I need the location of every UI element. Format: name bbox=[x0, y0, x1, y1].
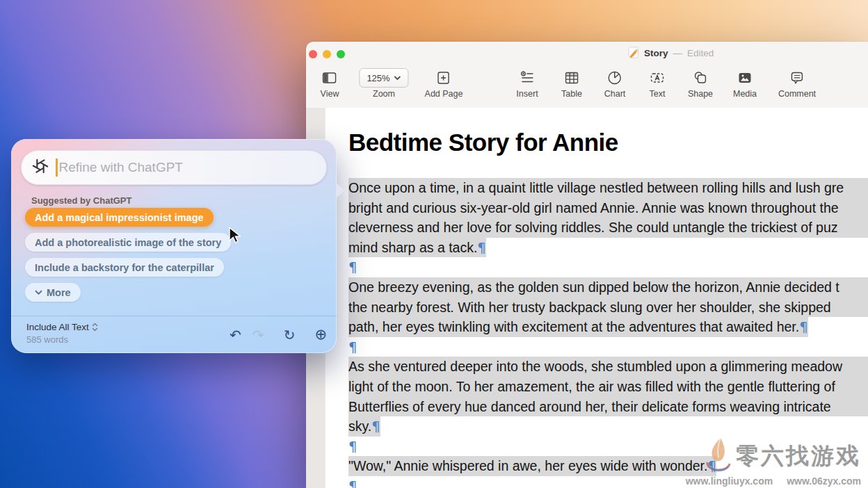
document-title-text: Story bbox=[644, 48, 668, 58]
table-icon bbox=[563, 70, 581, 86]
traffic-lights bbox=[309, 50, 345, 58]
add-button[interactable]: ⊕ bbox=[314, 327, 327, 342]
mouse-cursor bbox=[228, 227, 243, 245]
pages-window: Story — Edited View125%ZoomAdd PageInser… bbox=[306, 42, 868, 488]
toolbar-item-view[interactable]: View bbox=[321, 68, 339, 99]
word-count: 585 words bbox=[26, 334, 68, 345]
toolbar-item-comment[interactable]: Comment bbox=[778, 68, 816, 99]
chevron-down-icon bbox=[35, 290, 42, 295]
text-icon bbox=[648, 70, 666, 86]
toolbar-item-label: Add Page bbox=[425, 89, 463, 99]
toolbar-item-zoom[interactable]: 125%Zoom bbox=[359, 68, 408, 99]
line-text: One breezy evening, as the golden sun di… bbox=[348, 279, 839, 295]
shape-icon bbox=[691, 70, 709, 86]
minimize-button[interactable] bbox=[323, 50, 331, 58]
more-suggestions-button[interactable]: More bbox=[25, 283, 81, 302]
line-text: sky. bbox=[348, 418, 371, 434]
line-text: the nearby forest. With her trusty backp… bbox=[348, 300, 831, 315]
fullscreen-button[interactable] bbox=[337, 50, 345, 58]
document-line: sky.¶ bbox=[348, 416, 868, 437]
window-title: Story — Edited bbox=[628, 42, 714, 65]
line-text: path, her eyes twinkling with excitement… bbox=[348, 319, 799, 334]
document-canvas: Bedtime Story for Annie Once upon a time… bbox=[306, 108, 868, 488]
toolbar-item-add-page[interactable]: Add Page bbox=[425, 68, 463, 99]
line-text: Once upon a time, in a quaint little vil… bbox=[348, 180, 844, 195]
chevron-down-icon bbox=[394, 76, 401, 81]
toolbar-item-label: Shape bbox=[688, 89, 713, 99]
pilcrow-mark: ¶ bbox=[348, 478, 357, 488]
pilcrow-mark: ¶ bbox=[477, 240, 485, 256]
popup-footer: Include All Text 585 words ↶↷↻⊕ bbox=[11, 316, 337, 353]
pilcrow-mark: ¶ bbox=[371, 418, 380, 434]
toolbar-item-media[interactable]: Media bbox=[733, 68, 757, 99]
toolbar-item-text[interactable]: Text bbox=[648, 68, 666, 99]
zoom-level-value: 125% bbox=[367, 73, 389, 83]
zoom-level-dropdown[interactable]: 125% bbox=[359, 68, 408, 88]
chatgpt-refine-popup: Refine with ChatGPT Suggested by ChatGPT… bbox=[11, 139, 337, 353]
document-line: mind sharp as a tack.¶ bbox=[348, 238, 868, 258]
up-down-chevron-icon bbox=[92, 323, 98, 332]
toolbar-item-label: Insert bbox=[516, 89, 538, 99]
refine-input-placeholder: Refine with ChatGPT bbox=[59, 160, 183, 175]
text-caret bbox=[56, 158, 58, 177]
toolbar-item-shape[interactable]: Shape bbox=[688, 68, 713, 99]
line-text: "Wow," Annie whispered in awe, her eyes … bbox=[348, 458, 707, 473]
document-empty-line: ¶ bbox=[348, 337, 868, 357]
toolbar: View125%ZoomAdd PageInsertTableChartText… bbox=[306, 65, 868, 108]
document-line: bright and curious six-year-old girl nam… bbox=[348, 198, 868, 218]
suggestion-pill-3[interactable]: Include a backstory for the caterpillar bbox=[25, 258, 224, 277]
refine-input[interactable]: Refine with ChatGPT bbox=[21, 150, 327, 185]
toolbar-item-label: Media bbox=[733, 89, 757, 99]
document-page[interactable]: Bedtime Story for Annie Once upon a time… bbox=[325, 108, 868, 488]
pilcrow-mark: ¶ bbox=[799, 319, 807, 335]
document-line: Once upon a time, in a quaint little vil… bbox=[348, 178, 868, 198]
pilcrow-mark: ¶ bbox=[348, 259, 357, 275]
title-dash: — bbox=[673, 48, 683, 58]
document-line: light of the moon. To her amazement, the… bbox=[348, 377, 868, 397]
line-text: light of the moon. To her amazement, the… bbox=[348, 379, 835, 394]
view-icon bbox=[321, 70, 339, 86]
watermark-url: www.06zyx.com bbox=[787, 475, 861, 487]
retry-button[interactable]: ↻ bbox=[284, 328, 296, 342]
toolbar-item-label: View bbox=[321, 89, 339, 99]
document-line: One breezy evening, as the golden sun di… bbox=[348, 277, 868, 298]
document-heading: Bedtime Story for Annie bbox=[348, 129, 868, 156]
toolbar-item-label: Comment bbox=[778, 89, 816, 99]
watermark-site-name: 零六找游戏 bbox=[736, 441, 861, 472]
pilcrow-mark: ¶ bbox=[348, 439, 357, 455]
line-text: mind sharp as a tack. bbox=[348, 240, 477, 255]
window-titlebar[interactable]: Story — Edited bbox=[306, 42, 868, 65]
include-all-text-selector[interactable]: Include All Text bbox=[26, 322, 98, 332]
toolbar-item-label: Table bbox=[561, 89, 582, 99]
document-line: cleverness and her love for solving ridd… bbox=[348, 218, 868, 238]
popup-tail bbox=[336, 183, 345, 198]
suggested-by-label: Suggested by ChatGPT bbox=[31, 195, 131, 206]
watermark-url: www.lingliuyx.com bbox=[686, 475, 773, 487]
line-text: cleverness and her love for solving ridd… bbox=[348, 220, 837, 235]
toolbar-item-label: Text bbox=[648, 89, 666, 99]
close-button[interactable] bbox=[309, 50, 317, 58]
redo-button: ↷ bbox=[252, 328, 264, 342]
document-empty-line: ¶ bbox=[348, 257, 868, 277]
toolbar-item-insert[interactable]: Insert bbox=[516, 68, 538, 99]
watermark: 零六找游戏 www.lingliuyx.comwww.06zyx.com bbox=[686, 437, 861, 487]
toolbar-item-chart[interactable]: Chart bbox=[604, 68, 626, 99]
toolbar-item-table[interactable]: Table bbox=[561, 68, 582, 99]
toolbar-item-label: Chart bbox=[604, 89, 626, 99]
undo-button[interactable]: ↶ bbox=[230, 328, 241, 342]
more-label: More bbox=[47, 287, 71, 298]
document-line: the nearby forest. With her trusty backp… bbox=[348, 298, 868, 318]
toolbar-item-label: Zoom bbox=[359, 89, 408, 99]
line-text: bright and curious six-year-old girl nam… bbox=[348, 200, 839, 215]
watermark-flame-icon bbox=[702, 437, 734, 475]
suggestion-pill-2[interactable]: Add a photorealistic image of the story bbox=[25, 233, 231, 252]
title-edited-status: Edited bbox=[687, 48, 714, 58]
pages-doc-icon bbox=[628, 47, 639, 60]
suggestion-pill-1[interactable]: Add a magical impressionist image bbox=[25, 208, 214, 227]
document-line: Butterflies of every hue danced around h… bbox=[348, 397, 868, 417]
pilcrow-mark: ¶ bbox=[348, 339, 357, 355]
comment-icon bbox=[788, 70, 806, 86]
chart-icon bbox=[606, 70, 623, 86]
line-text: As she ventured deeper into the woods, s… bbox=[348, 359, 842, 374]
media-icon bbox=[736, 70, 754, 86]
